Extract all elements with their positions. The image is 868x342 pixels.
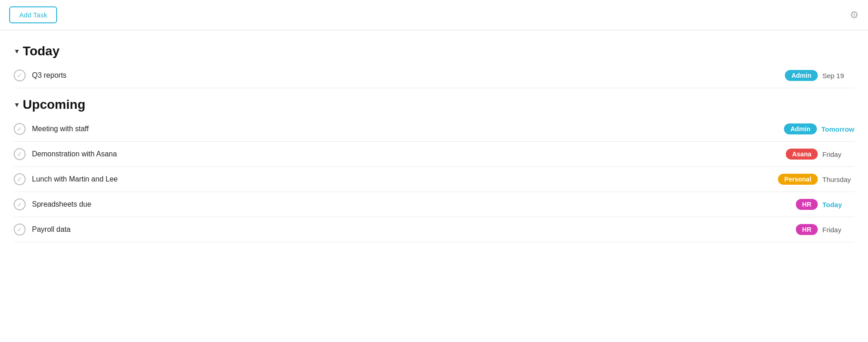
task-left: ✓ Q3 reports [14, 69, 67, 81]
task-checkbox[interactable]: ✓ [14, 198, 26, 210]
task-name: Meeting with staff [32, 125, 89, 133]
task-right: HR Friday [796, 224, 854, 235]
task-tag[interactable]: Asana [786, 149, 818, 160]
today-section: ▼ Today ✓ Q3 reports Admin Sep 19 [14, 44, 854, 88]
upcoming-section-title: Upcoming [23, 97, 85, 112]
main-content: ▼ Today ✓ Q3 reports Admin Sep 19 ▼ Upco… [0, 30, 868, 251]
task-tag[interactable]: Admin [785, 70, 818, 81]
task-left: ✓ Demonstration with Asana [14, 148, 117, 160]
task-item: ✓ Payroll data HR Friday [14, 217, 854, 242]
upcoming-task-list: ✓ Meeting with staff Admin Tomorrow ✓ De… [14, 117, 854, 242]
check-icon: ✓ [17, 176, 22, 183]
task-name: Lunch with Martin and Lee [32, 175, 118, 183]
task-tag[interactable]: Personal [778, 174, 818, 185]
task-right: Asana Friday [786, 149, 854, 160]
upcoming-section: ▼ Upcoming ✓ Meeting with staff Admin To… [14, 97, 854, 242]
task-left: ✓ Payroll data [14, 224, 71, 235]
task-right: HR Today [796, 199, 854, 210]
task-tag[interactable]: HR [796, 199, 818, 210]
task-right: Admin Sep 19 [785, 70, 854, 81]
task-date: Friday [822, 150, 854, 158]
check-icon: ✓ [17, 125, 22, 133]
task-checkbox[interactable]: ✓ [14, 173, 26, 185]
task-item: ✓ Meeting with staff Admin Tomorrow [14, 117, 854, 142]
today-chevron-icon[interactable]: ▼ [14, 48, 20, 55]
check-icon: ✓ [17, 72, 22, 79]
task-tag[interactable]: Admin [784, 123, 817, 134]
today-task-list: ✓ Q3 reports Admin Sep 19 [14, 63, 854, 88]
task-item: ✓ Spreadsheets due HR Today [14, 192, 854, 217]
task-left: ✓ Lunch with Martin and Lee [14, 173, 118, 185]
header: Add Task ⚙ [0, 0, 868, 30]
task-item: ✓ Q3 reports Admin Sep 19 [14, 63, 854, 88]
today-section-title: Today [23, 44, 59, 59]
task-left: ✓ Spreadsheets due [14, 198, 91, 210]
settings-icon[interactable]: ⚙ [850, 9, 859, 21]
check-icon: ✓ [17, 226, 22, 233]
task-right: Admin Tomorrow [784, 123, 854, 134]
task-date: Tomorrow [821, 125, 854, 133]
today-section-header: ▼ Today [14, 44, 854, 59]
check-icon: ✓ [17, 150, 22, 158]
task-right: Personal Thursday [778, 174, 854, 185]
task-name: Spreadsheets due [32, 200, 91, 208]
task-tag[interactable]: HR [796, 224, 818, 235]
task-item: ✓ Lunch with Martin and Lee Personal Thu… [14, 167, 854, 192]
task-name: Payroll data [32, 225, 71, 234]
task-checkbox[interactable]: ✓ [14, 148, 26, 160]
task-checkbox[interactable]: ✓ [14, 123, 26, 135]
check-icon: ✓ [17, 201, 22, 208]
task-date: Sep 19 [822, 72, 854, 80]
task-name: Demonstration with Asana [32, 150, 117, 158]
upcoming-section-header: ▼ Upcoming [14, 97, 854, 112]
task-name: Q3 reports [32, 71, 67, 80]
task-left: ✓ Meeting with staff [14, 123, 89, 135]
task-checkbox[interactable]: ✓ [14, 69, 26, 81]
task-date: Thursday [822, 176, 854, 183]
add-task-button[interactable]: Add Task [9, 6, 57, 23]
upcoming-chevron-icon[interactable]: ▼ [14, 101, 20, 108]
task-checkbox[interactable]: ✓ [14, 224, 26, 235]
task-item: ✓ Demonstration with Asana Asana Friday [14, 142, 854, 167]
task-date: Today [822, 201, 854, 208]
task-date: Friday [822, 226, 854, 234]
